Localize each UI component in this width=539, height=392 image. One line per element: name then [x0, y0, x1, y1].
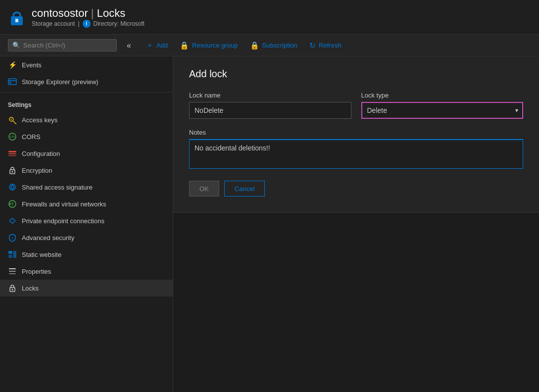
sidebar-item-static-website[interactable]: Static website: [0, 246, 173, 263]
content-area: Add lock Lock name Lock type Delete Read…: [173, 56, 539, 392]
lock-type-label: Lock type: [361, 92, 524, 99]
notes-input[interactable]: No accidental deletions!!: [189, 139, 523, 169]
configuration-icon: [8, 149, 17, 158]
page-header: contosostor | Locks Storage account | i …: [0, 0, 539, 35]
svg-rect-12: [8, 155, 16, 156]
cors-icon: [8, 132, 17, 141]
page-subtitle: Storage account | i Directory: Microsoft: [32, 20, 145, 28]
advanced-security-icon: ✓: [8, 233, 17, 242]
svg-rect-23: [8, 255, 12, 258]
sidebar-item-configuration[interactable]: Configuration: [0, 145, 173, 162]
svg-line-7: [13, 121, 16, 124]
svg-point-29: [12, 289, 13, 291]
locks-sidebar-icon: [8, 284, 17, 293]
form-actions: OK Cancel: [189, 181, 523, 196]
sidebar-item-label: Storage Explorer (preview): [22, 78, 98, 86]
refresh-button[interactable]: ↻ Refresh: [304, 39, 346, 52]
cancel-button[interactable]: Cancel: [224, 181, 265, 196]
notes-group: Notes No accidental deletions!!: [189, 129, 523, 169]
sidebar-divider: [0, 92, 173, 93]
svg-rect-27: [9, 273, 16, 274]
lock-name-input[interactable]: [189, 102, 351, 119]
firewalls-icon: [8, 199, 17, 208]
events-icon: ⚡: [8, 60, 17, 69]
encryption-icon: [8, 166, 17, 175]
svg-rect-2: [15, 19, 18, 22]
access-keys-icon: [8, 115, 17, 124]
add-button[interactable]: ＋ Add: [141, 39, 173, 52]
sidebar-item-encryption[interactable]: Encryption: [0, 162, 173, 179]
sidebar-item-label: Locks: [22, 285, 39, 292]
page-title: contosostor | Locks: [32, 7, 145, 20]
lock-name-group: Lock name: [189, 92, 351, 119]
static-website-icon: [8, 250, 17, 259]
sidebar-item-label: Access keys: [22, 116, 57, 124]
svg-point-20: [9, 203, 11, 205]
search-icon: 🔍: [12, 42, 20, 49]
lock-name-label: Lock name: [189, 92, 351, 99]
search-box[interactable]: 🔍: [8, 39, 117, 51]
sidebar-item-events[interactable]: ⚡ Events: [0, 56, 173, 73]
subscription-button[interactable]: 🔒 Subscription: [245, 39, 303, 52]
lock-type-select-wrapper: Delete ReadOnly ▾: [361, 102, 524, 119]
sidebar-item-label: Private endpoint connections: [22, 217, 104, 225]
sidebar-item-shared-access[interactable]: Shared access signature: [0, 179, 173, 196]
shared-access-icon: [8, 183, 17, 192]
resource-group-button[interactable]: 🔒 Resource group: [175, 39, 243, 52]
settings-section-title: Settings: [0, 95, 173, 111]
main-layout: ⚡ Events Storage Explorer (preview) Sett…: [0, 56, 539, 392]
properties-icon: [8, 267, 17, 276]
header-title-block: contosostor | Locks Storage account | i …: [32, 7, 145, 28]
sidebar-item-label: Static website: [22, 251, 61, 258]
collapse-sidebar-button[interactable]: «: [123, 39, 135, 52]
svg-rect-11: [8, 153, 16, 154]
lock-icon: [8, 8, 26, 26]
sidebar-item-label: Configuration: [22, 150, 60, 157]
sidebar-item-properties[interactable]: Properties: [0, 263, 173, 280]
sidebar-item-advanced-security[interactable]: ✓ Advanced security: [0, 229, 173, 246]
storage-explorer-icon: [8, 77, 17, 86]
svg-rect-3: [8, 79, 16, 85]
empty-content-area: [173, 213, 539, 392]
notes-label: Notes: [189, 129, 523, 136]
svg-rect-5: [9, 82, 11, 84]
form-row-lock-details: Lock name Lock type Delete ReadOnly ▾: [189, 92, 523, 119]
svg-point-16: [11, 186, 14, 189]
sidebar-item-label: Firewalls and virtual networks: [22, 200, 106, 208]
sidebar-item-private-endpoints[interactable]: Private endpoint connections: [0, 212, 173, 229]
sidebar-item-label: Shared access signature: [22, 184, 93, 191]
sidebar-item-label: Advanced security: [22, 234, 74, 242]
add-lock-panel: Add lock Lock name Lock type Delete Read…: [173, 56, 539, 213]
sidebar: ⚡ Events Storage Explorer (preview) Sett…: [0, 56, 173, 392]
svg-rect-25: [9, 268, 16, 269]
search-input[interactable]: [23, 42, 112, 49]
lock-type-select[interactable]: Delete ReadOnly: [361, 102, 524, 119]
subscription-icon: 🔒: [250, 41, 259, 50]
sidebar-item-locks[interactable]: Locks: [0, 280, 173, 296]
refresh-icon: ↻: [309, 41, 316, 50]
svg-rect-24: [13, 251, 16, 258]
sidebar-item-firewalls[interactable]: Firewalls and virtual networks: [0, 196, 173, 212]
svg-text:✓: ✓: [11, 236, 14, 241]
svg-rect-10: [8, 151, 16, 152]
private-endpoints-icon: [8, 216, 17, 225]
svg-rect-22: [8, 251, 12, 254]
add-icon: ＋: [146, 41, 153, 50]
lock-small-icon: 🔒: [180, 41, 189, 50]
svg-point-8: [11, 119, 12, 120]
sidebar-item-label: CORS: [22, 133, 41, 141]
lock-type-group: Lock type Delete ReadOnly ▾: [361, 92, 524, 119]
svg-point-14: [12, 171, 13, 173]
toolbar: 🔍 « ＋ Add 🔒 Resource group 🔒 Subscriptio…: [0, 35, 539, 56]
sidebar-item-cors[interactable]: CORS: [0, 128, 173, 145]
sidebar-item-access-keys[interactable]: Access keys: [0, 111, 173, 128]
svg-rect-26: [9, 271, 16, 272]
sidebar-item-label: Encryption: [22, 167, 52, 174]
sidebar-item-label: Events: [22, 61, 42, 69]
sidebar-item-storage-explorer[interactable]: Storage Explorer (preview): [0, 73, 173, 90]
panel-title: Add lock: [189, 68, 523, 80]
sidebar-item-label: Properties: [22, 268, 51, 275]
ok-button[interactable]: OK: [189, 181, 219, 196]
info-icon: i: [83, 20, 91, 28]
